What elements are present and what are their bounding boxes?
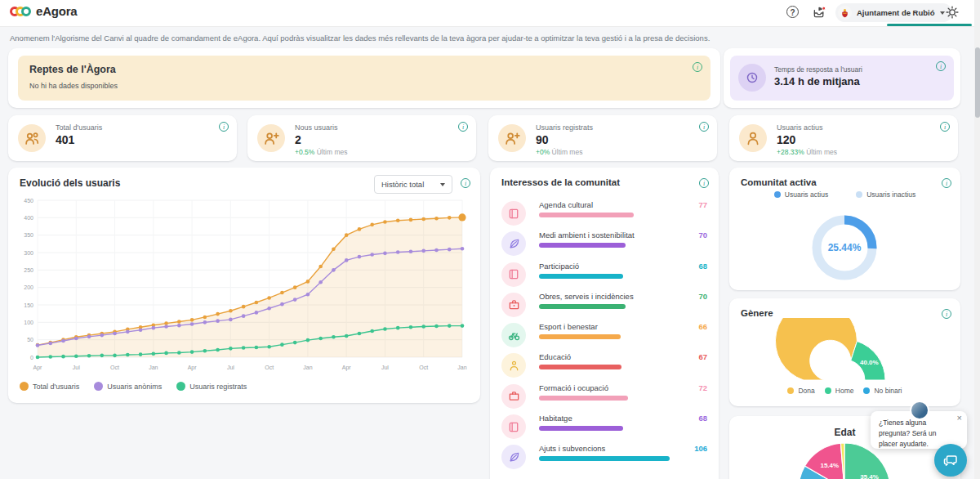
community-interests-card: Interessos de la comunitat Agenda cultur… — [490, 168, 719, 479]
reptes-empty-message: No hi ha dades disponibles — [29, 82, 118, 90]
legend-label: Dona — [798, 387, 814, 395]
legend-dot — [787, 387, 794, 394]
chat-agent-avatar[interactable] — [910, 401, 929, 420]
legend-label: Home — [835, 387, 854, 395]
gender-card: Gènere 60.0%40.0% DonaHomeNo binari — [729, 298, 960, 406]
svg-text:300: 300 — [24, 250, 33, 256]
legend-item-no-binari[interactable]: No binari — [863, 387, 902, 395]
response-time-label: Temps de resposta a l'usuari — [774, 65, 862, 74]
dropdown-selected-value: Històric total — [381, 180, 424, 189]
briefcase-icon — [501, 384, 526, 409]
interest-label: Medi ambient i sostenibilitat — [539, 231, 635, 239]
stat-delta-period: Últim mes — [314, 148, 347, 156]
reptes-card: Reptes de l'Àgora No hi ha dades disponi… — [8, 48, 720, 108]
interest-value: 66 — [698, 322, 707, 331]
legend-item-home[interactable]: Home — [825, 387, 854, 395]
interest-label: Esport i benestar — [539, 322, 598, 331]
book-icon — [501, 262, 526, 287]
svg-text:350: 350 — [24, 232, 33, 238]
svg-text:Apr: Apr — [33, 365, 43, 371]
info-icon[interactable] — [219, 122, 229, 132]
info-icon[interactable] — [699, 122, 709, 132]
interest-row-educaci: Educació67 — [501, 349, 707, 379]
svg-text:40.0%: 40.0% — [860, 359, 879, 366]
stat-card-usuaris-registrats: Usuaris registrats90+0% Últim mes — [488, 115, 717, 161]
info-icon[interactable] — [458, 122, 468, 132]
info-icon[interactable] — [693, 62, 702, 72]
svg-text:Jan: Jan — [457, 365, 466, 370]
chat-launcher-button[interactable] — [934, 444, 967, 477]
interest-value: 67 — [698, 352, 707, 361]
svg-text:Jul: Jul — [73, 365, 80, 370]
scrollbar-thumb[interactable] — [975, 47, 980, 118]
legend-item-dona[interactable]: Dona — [787, 387, 814, 395]
info-icon[interactable] — [461, 178, 470, 188]
interest-bar — [539, 396, 628, 401]
notifications-icon[interactable] — [813, 6, 826, 23]
stat-value: 401 — [56, 133, 74, 146]
legend-item-usuaris-registrats[interactable]: Usuaris registrats — [176, 382, 247, 391]
svg-text:15.4%: 15.4% — [820, 462, 839, 469]
legend-label: Usuaris anònims — [107, 383, 162, 391]
stat-delta-value: +0.5% — [295, 148, 314, 156]
response-time-value: 3.14 h de mitjana — [774, 75, 860, 87]
info-icon[interactable] — [942, 178, 951, 188]
legend-item-total-d-usuaris[interactable]: Total d'usuaris — [20, 382, 79, 391]
svg-text:60.0%: 60.0% — [817, 352, 836, 360]
interest-label: Ajuts i subvencions — [539, 444, 605, 453]
svg-text:0: 0 — [30, 355, 33, 360]
response-time-card: Temps de resposta a l'usuari 3.14 h de m… — [724, 48, 960, 108]
stat-delta-period: Últim mes — [804, 148, 837, 156]
info-icon[interactable] — [699, 178, 709, 188]
svg-text:200: 200 — [24, 284, 33, 290]
legend-label: Usuaris registrats — [189, 383, 247, 391]
close-icon[interactable]: × — [957, 413, 962, 423]
community-title: Comunitat activa — [741, 177, 817, 187]
help-icon[interactable] — [786, 6, 799, 18]
interest-value: 68 — [698, 262, 707, 271]
legend-dot — [863, 387, 870, 394]
user-plus-icon — [498, 124, 526, 152]
organization-selector[interactable]: Ajuntament de Rubió — [835, 3, 952, 22]
info-icon[interactable] — [936, 61, 946, 71]
history-range-dropdown[interactable]: Històric total — [374, 175, 452, 194]
legend-item-usuaris-inactius[interactable]: Usuaris inactius — [856, 190, 915, 199]
evolution-legend: Total d'usuarisUsuaris anònimsUsuaris re… — [20, 382, 247, 391]
stat-delta: +0% Últim mes — [536, 148, 582, 156]
svg-text:400: 400 — [24, 215, 33, 221]
bike-icon — [501, 323, 526, 347]
svg-text:50: 50 — [27, 337, 33, 342]
dashboard: { "header": { "brand": "eAgora", "org": … — [0, 0, 980, 479]
interests-list: Agenda cultural77Medi ambient i sostenib… — [501, 197, 707, 472]
svg-text:Jan: Jan — [303, 365, 312, 370]
interest-bar — [539, 243, 626, 248]
gender-legend: DonaHomeNo binari — [729, 387, 960, 395]
settings-gear-icon[interactable] — [946, 6, 959, 22]
user-icon — [739, 124, 767, 152]
brand-name: eAgora — [36, 4, 77, 18]
organization-avatar — [838, 6, 852, 20]
svg-text:Jan: Jan — [149, 365, 158, 370]
stat-label: Total d'usuaris — [56, 123, 102, 132]
legend-item-usuaris-actius[interactable]: Usuaris actius — [774, 190, 828, 199]
gender-title: Gènere — [741, 308, 773, 318]
interest-bar — [539, 456, 670, 461]
legend-item-usuaris-an-nims[interactable]: Usuaris anònims — [94, 382, 162, 391]
stat-delta: +28.33% Últim mes — [777, 148, 837, 156]
svg-text:Apr: Apr — [342, 365, 352, 371]
svg-text:250: 250 — [24, 267, 33, 273]
interest-value: 106 — [694, 444, 707, 453]
legend-dot — [20, 382, 29, 391]
interest-bar — [539, 334, 621, 339]
svg-text:Oct: Oct — [110, 365, 119, 370]
stat-label: Nous usuaris — [295, 123, 338, 132]
eagora-logo[interactable]: eAgora — [10, 4, 77, 18]
legend-dot — [176, 382, 185, 391]
stat-value: 2 — [295, 133, 301, 146]
info-icon[interactable] — [940, 122, 950, 132]
community-legend: Usuaris actiusUsuaris inactius — [729, 190, 960, 199]
organization-name: Ajuntament de Rubió — [857, 8, 935, 17]
stat-label: Usuaris registrats — [536, 123, 593, 132]
reptes-empty-state: Reptes de l'Àgora No hi ha dades disponi… — [18, 56, 710, 101]
interests-title: Interessos de la comunitat — [501, 177, 620, 187]
